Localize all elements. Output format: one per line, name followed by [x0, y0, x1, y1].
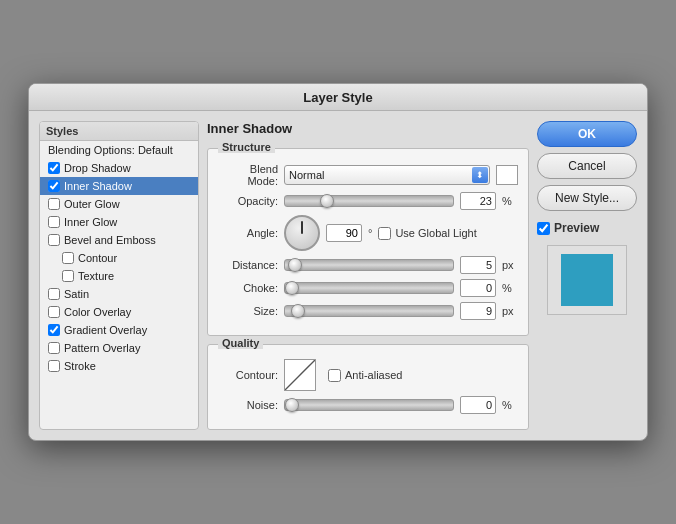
angle-dial[interactable] — [284, 215, 320, 251]
noise-slider-container — [284, 399, 454, 411]
quality-title: Quality — [218, 337, 263, 349]
color-overlay-label: Color Overlay — [64, 306, 131, 318]
outer-glow-checkbox[interactable] — [48, 198, 60, 210]
blend-mode-label: Blend Mode: — [218, 163, 278, 187]
inner-shadow-checkbox[interactable] — [48, 180, 60, 192]
anti-aliased-area: Anti-aliased — [328, 369, 402, 382]
noise-row: Noise: % — [218, 396, 518, 414]
opacity-slider-container — [284, 195, 454, 207]
choke-unit: % — [502, 282, 518, 294]
noise-label: Noise: — [218, 399, 278, 411]
inner-glow-checkbox[interactable] — [48, 216, 60, 228]
pattern-overlay-label: Pattern Overlay — [64, 342, 140, 354]
left-item-color-overlay[interactable]: Color Overlay — [40, 303, 198, 321]
angle-input[interactable] — [326, 224, 362, 242]
blend-mode-color-swatch[interactable] — [496, 165, 518, 185]
left-item-contour[interactable]: Contour — [40, 249, 198, 267]
left-item-pattern-overlay[interactable]: Pattern Overlay — [40, 339, 198, 357]
bevel-emboss-label: Bevel and Emboss — [64, 234, 156, 246]
preview-box — [547, 245, 627, 315]
new-style-button[interactable]: New Style... — [537, 185, 637, 211]
size-slider-container — [284, 305, 454, 317]
styles-header: Styles — [40, 122, 198, 141]
left-item-gradient-overlay[interactable]: Gradient Overlay — [40, 321, 198, 339]
satin-checkbox[interactable] — [48, 288, 60, 300]
angle-row: Angle: ° Use Global Light — [218, 215, 518, 251]
preview-square — [561, 254, 613, 306]
contour-checkbox[interactable] — [62, 252, 74, 264]
preview-label: Preview — [554, 221, 599, 235]
distance-row: Distance: px — [218, 256, 518, 274]
opacity-input[interactable]: 23 — [460, 192, 496, 210]
size-slider[interactable] — [284, 305, 454, 317]
preview-row: Preview — [537, 221, 637, 235]
satin-label: Satin — [64, 288, 89, 300]
noise-slider[interactable] — [284, 399, 454, 411]
distance-slider-container — [284, 259, 454, 271]
choke-slider[interactable] — [284, 282, 454, 294]
contour-label: Contour — [78, 252, 117, 264]
left-item-inner-shadow[interactable]: Inner Shadow — [40, 177, 198, 195]
left-item-drop-shadow[interactable]: Drop Shadow — [40, 159, 198, 177]
choke-input[interactable] — [460, 279, 496, 297]
left-item-satin[interactable]: Satin — [40, 285, 198, 303]
contour-preview[interactable] — [284, 359, 316, 391]
bevel-emboss-checkbox[interactable] — [48, 234, 60, 246]
opacity-label: Opacity: — [218, 195, 278, 207]
drop-shadow-checkbox[interactable] — [48, 162, 60, 174]
distance-label: Distance: — [218, 259, 278, 271]
blend-mode-select[interactable]: Normal Multiply Screen Overlay — [284, 165, 490, 185]
noise-input[interactable] — [460, 396, 496, 414]
opacity-row: Opacity: 23 % — [218, 192, 518, 210]
size-input[interactable] — [460, 302, 496, 320]
left-item-bevel-emboss[interactable]: Bevel and Emboss — [40, 231, 198, 249]
global-light-checkbox[interactable] — [378, 227, 391, 240]
left-item-stroke[interactable]: Stroke — [40, 357, 198, 375]
color-overlay-checkbox[interactable] — [48, 306, 60, 318]
right-panel: OK Cancel New Style... Preview — [537, 121, 637, 430]
anti-aliased-checkbox[interactable] — [328, 369, 341, 382]
inner-glow-label: Inner Glow — [64, 216, 117, 228]
left-item-outer-glow[interactable]: Outer Glow — [40, 195, 198, 213]
cancel-button[interactable]: Cancel — [537, 153, 637, 179]
left-item-texture[interactable]: Texture — [40, 267, 198, 285]
texture-checkbox[interactable] — [62, 270, 74, 282]
opacity-unit: % — [502, 195, 518, 207]
size-label: Size: — [218, 305, 278, 317]
global-light-area: Use Global Light — [378, 227, 476, 240]
angle-area: ° — [284, 215, 372, 251]
gradient-overlay-checkbox[interactable] — [48, 324, 60, 336]
ok-button[interactable]: OK — [537, 121, 637, 147]
structure-section: Structure Blend Mode: Normal Multiply Sc… — [207, 148, 529, 336]
contour-row: Contour: Anti-aliased — [218, 359, 518, 391]
middle-panel: Inner Shadow Structure Blend Mode: Norma… — [207, 121, 529, 430]
contour-label: Contour: — [218, 369, 278, 381]
distance-input[interactable] — [460, 256, 496, 274]
structure-title: Structure — [218, 141, 275, 153]
inner-shadow-section-title: Inner Shadow — [207, 121, 529, 136]
distance-unit: px — [502, 259, 518, 271]
stroke-checkbox[interactable] — [48, 360, 60, 372]
choke-label: Choke: — [218, 282, 278, 294]
layer-style-dialog: Layer Style Styles Blending Options: Def… — [28, 83, 648, 441]
blend-mode-select-wrapper: Normal Multiply Screen Overlay — [284, 165, 490, 185]
preview-checkbox[interactable] — [537, 222, 550, 235]
left-item-inner-glow[interactable]: Inner Glow — [40, 213, 198, 231]
global-light-label: Use Global Light — [395, 227, 476, 239]
choke-row: Choke: % — [218, 279, 518, 297]
blend-mode-row: Blend Mode: Normal Multiply Screen Overl… — [218, 163, 518, 187]
pattern-overlay-checkbox[interactable] — [48, 342, 60, 354]
outer-glow-label: Outer Glow — [64, 198, 120, 210]
stroke-label: Stroke — [64, 360, 96, 372]
size-unit: px — [502, 305, 518, 317]
blending-label: Blending Options: Default — [48, 144, 173, 156]
distance-slider[interactable] — [284, 259, 454, 271]
degree-symbol: ° — [368, 227, 372, 239]
size-row: Size: px — [218, 302, 518, 320]
drop-shadow-label: Drop Shadow — [64, 162, 131, 174]
inner-shadow-label: Inner Shadow — [64, 180, 132, 192]
left-item-blending[interactable]: Blending Options: Default — [40, 141, 198, 159]
anti-aliased-label: Anti-aliased — [345, 369, 402, 381]
quality-section: Quality Contour: Anti-aliased — [207, 344, 529, 430]
opacity-slider[interactable] — [284, 195, 454, 207]
